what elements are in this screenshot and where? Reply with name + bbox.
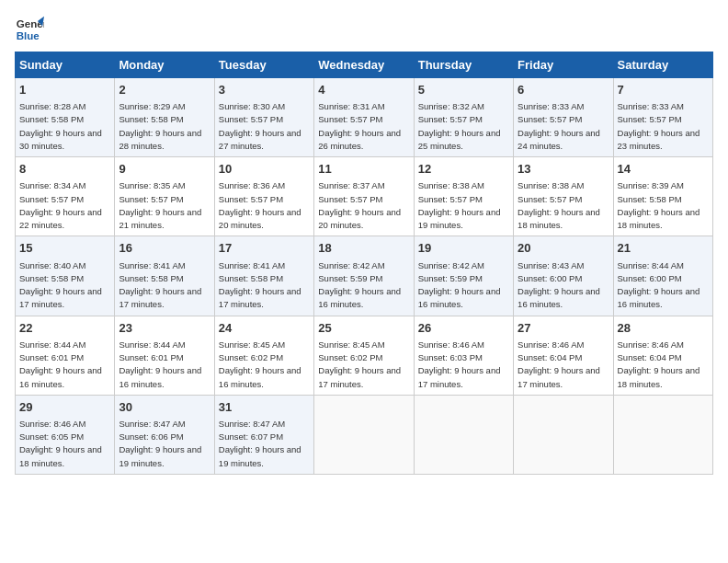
day-cell: 3Sunrise: 8:30 AMSunset: 5:57 PMDaylight… — [214, 78, 313, 157]
day-number: 2 — [119, 82, 210, 98]
day-info: Sunrise: 8:41 AMSunset: 5:58 PMDaylight:… — [119, 259, 210, 312]
day-cell — [613, 395, 712, 474]
day-info: Sunrise: 8:46 AMSunset: 6:04 PMDaylight:… — [518, 339, 609, 391]
day-cell: 18Sunrise: 8:42 AMSunset: 5:59 PMDayligh… — [314, 236, 414, 316]
day-info: Sunrise: 8:38 AMSunset: 5:57 PMDaylight:… — [518, 179, 609, 232]
weekday-header-friday: Friday — [514, 52, 613, 78]
day-cell: 1Sunrise: 8:28 AMSunset: 5:58 PMDaylight… — [16, 78, 115, 157]
day-info: Sunrise: 8:37 AMSunset: 5:57 PMDaylight:… — [318, 179, 409, 232]
day-cell: 31Sunrise: 8:47 AMSunset: 6:07 PMDayligh… — [214, 395, 313, 474]
day-number: 17 — [219, 240, 310, 257]
day-cell: 30Sunrise: 8:47 AMSunset: 6:06 PMDayligh… — [115, 395, 214, 474]
day-number: 11 — [318, 161, 409, 178]
day-info: Sunrise: 8:44 AMSunset: 6:01 PMDaylight:… — [19, 339, 110, 391]
day-info: Sunrise: 8:46 AMSunset: 6:04 PMDaylight:… — [618, 339, 709, 391]
day-cell — [514, 395, 613, 474]
day-info: Sunrise: 8:28 AMSunset: 5:58 PMDaylight:… — [19, 100, 110, 153]
day-number: 14 — [618, 161, 709, 178]
day-number: 31 — [219, 399, 310, 416]
day-number: 26 — [418, 320, 509, 337]
weekday-header-row: SundayMondayTuesdayWednesdayThursdayFrid… — [16, 52, 713, 78]
day-cell: 13Sunrise: 8:38 AMSunset: 5:57 PMDayligh… — [514, 157, 613, 236]
day-cell — [314, 395, 414, 474]
week-row-4: 22Sunrise: 8:44 AMSunset: 6:01 PMDayligh… — [16, 316, 713, 395]
header: General Blue — [15, 15, 713, 44]
day-number: 16 — [119, 240, 210, 257]
day-cell: 5Sunrise: 8:32 AMSunset: 5:57 PMDaylight… — [414, 78, 513, 157]
day-cell: 26Sunrise: 8:46 AMSunset: 6:03 PMDayligh… — [414, 316, 513, 395]
day-info: Sunrise: 8:46 AMSunset: 6:03 PMDaylight:… — [418, 339, 509, 391]
weekday-header-wednesday: Wednesday — [314, 52, 414, 78]
day-cell: 21Sunrise: 8:44 AMSunset: 6:00 PMDayligh… — [613, 236, 712, 316]
day-number: 8 — [19, 161, 110, 178]
day-cell: 7Sunrise: 8:33 AMSunset: 5:57 PMDaylight… — [613, 78, 712, 157]
day-info: Sunrise: 8:47 AMSunset: 6:07 PMDaylight:… — [219, 418, 310, 470]
day-cell: 19Sunrise: 8:42 AMSunset: 5:59 PMDayligh… — [414, 236, 513, 316]
day-info: Sunrise: 8:41 AMSunset: 5:58 PMDaylight:… — [219, 259, 310, 312]
day-number: 23 — [119, 320, 210, 337]
weekday-header-sunday: Sunday — [16, 52, 115, 78]
day-cell: 14Sunrise: 8:39 AMSunset: 5:58 PMDayligh… — [613, 157, 712, 236]
weekday-header-tuesday: Tuesday — [214, 52, 313, 78]
day-info: Sunrise: 8:44 AMSunset: 6:01 PMDaylight:… — [119, 339, 210, 391]
day-number: 6 — [518, 82, 609, 98]
day-number: 12 — [418, 161, 509, 178]
day-number: 28 — [618, 320, 709, 337]
day-info: Sunrise: 8:42 AMSunset: 5:59 PMDaylight:… — [318, 259, 409, 312]
logo: General Blue — [15, 15, 44, 44]
weekday-header-monday: Monday — [115, 52, 214, 78]
day-number: 27 — [518, 320, 609, 337]
day-cell: 11Sunrise: 8:37 AMSunset: 5:57 PMDayligh… — [314, 157, 414, 236]
day-number: 15 — [19, 240, 110, 257]
day-info: Sunrise: 8:45 AMSunset: 6:02 PMDaylight:… — [219, 339, 310, 391]
day-info: Sunrise: 8:42 AMSunset: 5:59 PMDaylight:… — [418, 259, 509, 312]
day-cell: 20Sunrise: 8:43 AMSunset: 6:00 PMDayligh… — [514, 236, 613, 316]
day-number: 7 — [618, 82, 709, 98]
weekday-header-saturday: Saturday — [613, 52, 712, 78]
day-number: 29 — [19, 399, 110, 416]
day-cell: 16Sunrise: 8:41 AMSunset: 5:58 PMDayligh… — [115, 236, 214, 316]
day-cell: 8Sunrise: 8:34 AMSunset: 5:57 PMDaylight… — [16, 157, 115, 236]
day-cell — [414, 395, 513, 474]
day-cell: 15Sunrise: 8:40 AMSunset: 5:58 PMDayligh… — [16, 236, 115, 316]
day-info: Sunrise: 8:36 AMSunset: 5:57 PMDaylight:… — [219, 179, 310, 232]
day-cell: 10Sunrise: 8:36 AMSunset: 5:57 PMDayligh… — [214, 157, 313, 236]
day-number: 4 — [318, 82, 409, 98]
day-info: Sunrise: 8:29 AMSunset: 5:58 PMDaylight:… — [119, 100, 210, 153]
day-info: Sunrise: 8:31 AMSunset: 5:57 PMDaylight:… — [318, 100, 409, 153]
day-number: 20 — [518, 240, 609, 257]
day-cell: 22Sunrise: 8:44 AMSunset: 6:01 PMDayligh… — [16, 316, 115, 395]
logo-icon: General Blue — [15, 15, 44, 44]
week-row-3: 15Sunrise: 8:40 AMSunset: 5:58 PMDayligh… — [16, 236, 713, 316]
day-info: Sunrise: 8:44 AMSunset: 6:00 PMDaylight:… — [618, 259, 709, 312]
weekday-header-thursday: Thursday — [414, 52, 513, 78]
day-number: 18 — [318, 240, 409, 257]
day-number: 13 — [518, 161, 609, 178]
day-info: Sunrise: 8:32 AMSunset: 5:57 PMDaylight:… — [418, 100, 509, 153]
day-number: 22 — [19, 320, 110, 337]
day-cell: 2Sunrise: 8:29 AMSunset: 5:58 PMDaylight… — [115, 78, 214, 157]
day-info: Sunrise: 8:33 AMSunset: 5:57 PMDaylight:… — [618, 100, 709, 153]
day-info: Sunrise: 8:47 AMSunset: 6:06 PMDaylight:… — [119, 418, 210, 470]
day-info: Sunrise: 8:45 AMSunset: 6:02 PMDaylight:… — [318, 339, 409, 391]
day-number: 3 — [219, 82, 310, 98]
day-number: 5 — [418, 82, 509, 98]
day-number: 10 — [219, 161, 310, 178]
day-cell: 24Sunrise: 8:45 AMSunset: 6:02 PMDayligh… — [214, 316, 313, 395]
day-info: Sunrise: 8:38 AMSunset: 5:57 PMDaylight:… — [418, 179, 509, 232]
day-info: Sunrise: 8:33 AMSunset: 5:57 PMDaylight:… — [518, 100, 609, 153]
day-number: 30 — [119, 399, 210, 416]
day-info: Sunrise: 8:35 AMSunset: 5:57 PMDaylight:… — [119, 179, 210, 232]
day-cell: 12Sunrise: 8:38 AMSunset: 5:57 PMDayligh… — [414, 157, 513, 236]
day-number: 25 — [318, 320, 409, 337]
day-cell: 4Sunrise: 8:31 AMSunset: 5:57 PMDaylight… — [314, 78, 414, 157]
day-cell: 25Sunrise: 8:45 AMSunset: 6:02 PMDayligh… — [314, 316, 414, 395]
day-number: 24 — [219, 320, 310, 337]
calendar-table: SundayMondayTuesdayWednesdayThursdayFrid… — [15, 52, 713, 475]
day-cell: 29Sunrise: 8:46 AMSunset: 6:05 PMDayligh… — [16, 395, 115, 474]
week-row-5: 29Sunrise: 8:46 AMSunset: 6:05 PMDayligh… — [16, 395, 713, 474]
day-info: Sunrise: 8:39 AMSunset: 5:58 PMDaylight:… — [618, 179, 709, 232]
day-info: Sunrise: 8:30 AMSunset: 5:57 PMDaylight:… — [219, 100, 310, 153]
day-cell: 28Sunrise: 8:46 AMSunset: 6:04 PMDayligh… — [613, 316, 712, 395]
day-info: Sunrise: 8:34 AMSunset: 5:57 PMDaylight:… — [19, 179, 110, 232]
